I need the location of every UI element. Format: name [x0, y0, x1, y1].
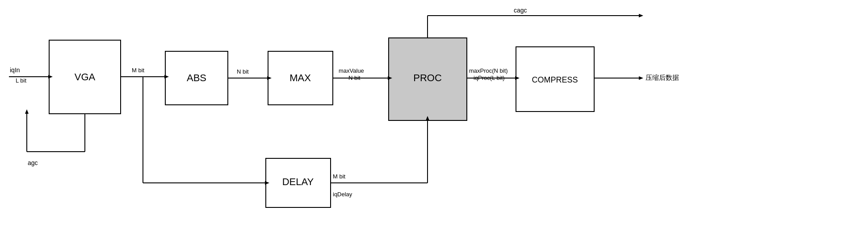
iqin-label: iqIn	[10, 66, 20, 74]
block-diagram: VGA ABS MAX PROC COMPRESS DELAY iqIn L b…	[0, 0, 868, 244]
agc-arrow	[25, 109, 29, 114]
delay-label: DELAY	[282, 176, 314, 187]
mbit1-label: M bit	[132, 67, 145, 74]
iqproc-label: iqProc(L bit)	[474, 74, 505, 81]
max-label: MAX	[289, 72, 311, 83]
lbit-label: L bit	[16, 77, 26, 84]
maxvalue-label: maxValue	[339, 67, 364, 74]
maxproc-label: maxProc(N bit)	[469, 67, 508, 74]
proc-label: PROC	[413, 72, 442, 83]
compressed-data-label: 压缩后数据	[646, 74, 679, 81]
abs-label: ABS	[187, 72, 206, 83]
diagram-container: VGA ABS MAX PROC COMPRESS DELAY iqIn L b…	[0, 0, 868, 244]
compress-out-arrow	[639, 76, 643, 80]
cagc-label: cagc	[514, 7, 527, 14]
nbit2-label: N bit	[348, 74, 361, 81]
nbit1-label: N bit	[237, 68, 249, 75]
agc-label: agc	[28, 159, 38, 166]
compress-label: COMPRESS	[532, 75, 578, 84]
vga-label: VGA	[75, 71, 96, 83]
iqdelay-label: iqDelay	[333, 191, 352, 198]
cagc-arrow	[639, 14, 643, 17]
mbit2-label: M bit	[333, 173, 346, 180]
